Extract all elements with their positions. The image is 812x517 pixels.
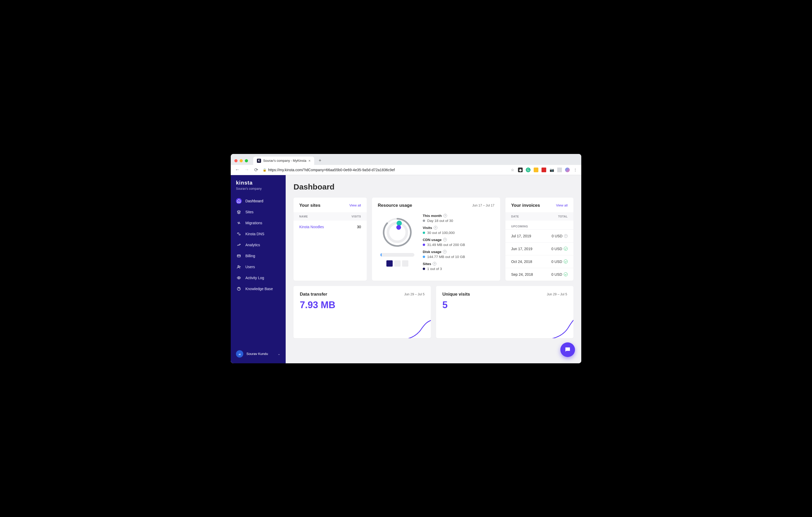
help-icon[interactable] bbox=[433, 262, 436, 266]
profile-avatar-icon[interactable] bbox=[565, 168, 570, 172]
maximize-window-icon[interactable] bbox=[245, 159, 248, 162]
col-visits: VISITS bbox=[352, 215, 361, 218]
sites-card: Your sites View all NAME VISITS Kinsta N… bbox=[293, 197, 367, 281]
extension-icon[interactable]: ◆ bbox=[518, 168, 523, 172]
lock-icon: 🔒 bbox=[263, 168, 267, 172]
check-icon bbox=[564, 260, 568, 264]
sidebar-item-activity[interactable]: Activity Log bbox=[231, 273, 286, 283]
extension-icon[interactable] bbox=[542, 168, 546, 172]
window-controls bbox=[234, 159, 248, 162]
close-window-icon[interactable] bbox=[234, 159, 237, 162]
tab-close-icon[interactable]: × bbox=[309, 159, 311, 163]
help-icon[interactable] bbox=[443, 214, 447, 217]
extension-icons: ☆ ◆ G 📷 ⋮ bbox=[510, 168, 578, 172]
favicon-icon: K bbox=[257, 159, 261, 163]
svg-point-2 bbox=[238, 277, 239, 278]
invoice-amount: 0 USD bbox=[551, 272, 562, 277]
table-header: DATE TOTAL bbox=[505, 212, 573, 221]
sidebar-item-migrations[interactable]: Migrations bbox=[231, 218, 286, 228]
dot-icon bbox=[423, 232, 425, 234]
reload-button[interactable]: ⟳ bbox=[253, 167, 259, 173]
sidebar-item-label: Activity Log bbox=[245, 276, 264, 280]
route-icon bbox=[236, 231, 242, 237]
invoice-row[interactable]: Sep 24, 2018 0 USD bbox=[505, 268, 573, 281]
sidebar-item-kb[interactable]: Knowledge Base bbox=[231, 283, 286, 294]
help-icon[interactable] bbox=[434, 226, 437, 230]
sidebar-item-analytics[interactable]: Analytics bbox=[231, 240, 286, 250]
check-icon bbox=[564, 272, 568, 276]
tab-title: Sourav's company - MyKinsta bbox=[263, 159, 306, 162]
logo: kinsta bbox=[231, 180, 286, 187]
col-total: TOTAL bbox=[558, 215, 568, 218]
invoice-date: Jul 17, 2019 bbox=[511, 234, 531, 238]
sidebar-item-sites[interactable]: Sites bbox=[231, 207, 286, 217]
browser-tab[interactable]: K Sourav's company - MyKinsta × bbox=[253, 157, 314, 165]
card-title: Unique visits bbox=[442, 292, 470, 297]
invoice-row[interactable]: Jul 17, 2019 0 USD bbox=[505, 230, 573, 242]
invoices-card: Your invoices View all DATE TOTAL UPCOMI… bbox=[505, 197, 573, 281]
invoice-row[interactable]: Oct 24, 2018 0 USD bbox=[505, 255, 573, 268]
sidebar-user[interactable]: Sourav Kundu ⌄ bbox=[231, 347, 286, 360]
dot-icon bbox=[423, 219, 425, 222]
date-range: Jun 29 – Jul 5 bbox=[547, 293, 567, 296]
dot-icon bbox=[423, 268, 425, 270]
metric-value: 7.93 MB bbox=[300, 300, 425, 310]
minimize-window-icon[interactable] bbox=[240, 159, 243, 162]
resource-card: Resource usage Jun 17 – Jul 17 bbox=[372, 197, 500, 281]
card-title: Your sites bbox=[299, 203, 320, 208]
sidebar-item-label: Knowledge Base bbox=[245, 287, 273, 291]
invoice-date: Oct 24, 2018 bbox=[511, 260, 532, 264]
chat-icon bbox=[564, 346, 571, 353]
card-title: Resource usage bbox=[378, 203, 412, 208]
url-text: https://my.kinsta.com/?idCompany=66aa55b… bbox=[268, 168, 395, 172]
metric-cdn: CDN usage 31.49 MB out of 200 GB bbox=[423, 238, 494, 247]
check-icon bbox=[564, 247, 568, 251]
view-all-link[interactable]: View all bbox=[556, 203, 568, 207]
browser-menu-icon[interactable]: ⋮ bbox=[573, 168, 578, 172]
date-range: Jun 17 – Jul 17 bbox=[472, 204, 494, 207]
swap-icon bbox=[236, 220, 242, 226]
user-name: Sourav Kundu bbox=[246, 352, 268, 356]
metric-sites: Sites 1 out of 3 bbox=[423, 262, 494, 271]
help-icon[interactable] bbox=[443, 238, 447, 242]
invoice-amount: 0 USD bbox=[552, 234, 562, 238]
metric-value: 5 bbox=[442, 300, 567, 310]
home-icon bbox=[236, 198, 242, 204]
browser-tab-bar: K Sourav's company - MyKinsta × + bbox=[231, 154, 581, 165]
sidebar-item-label: Kinsta DNS bbox=[245, 232, 264, 236]
extension-icon[interactable] bbox=[534, 168, 539, 172]
help-icon[interactable] bbox=[443, 250, 446, 253]
chat-fab-button[interactable] bbox=[560, 342, 575, 357]
eye-icon bbox=[236, 275, 242, 281]
back-button[interactable]: ← bbox=[234, 167, 240, 173]
sidebar-item-users[interactable]: Users bbox=[231, 262, 286, 272]
extension-icon[interactable]: G bbox=[526, 168, 530, 172]
help-icon[interactable] bbox=[564, 234, 568, 238]
user-plus-icon bbox=[236, 264, 242, 270]
dot-icon bbox=[423, 244, 425, 246]
forward-button[interactable]: → bbox=[244, 167, 250, 173]
sidebar-item-billing[interactable]: Billing bbox=[231, 251, 286, 261]
col-name: NAME bbox=[299, 215, 308, 218]
invoice-row[interactable]: Jun 17, 2019 0 USD bbox=[505, 242, 573, 255]
table-row[interactable]: Kinsta Noodles 30 bbox=[293, 221, 367, 233]
extension-icon[interactable]: 📷 bbox=[549, 168, 554, 172]
view-all-link[interactable]: View all bbox=[349, 203, 361, 207]
data-transfer-card: Data transfer Jun 29 – Jul 5 7.93 MB bbox=[293, 286, 431, 338]
sidebar-item-dashboard[interactable]: Dashboard bbox=[231, 196, 286, 206]
page-title: Dashboard bbox=[293, 182, 573, 191]
company-name: Sourav's company bbox=[231, 187, 286, 196]
trend-icon bbox=[236, 242, 242, 248]
user-avatar-icon bbox=[236, 350, 243, 358]
svg-point-7 bbox=[396, 225, 401, 230]
invoice-amount: 0 USD bbox=[551, 247, 562, 251]
bookmark-icon[interactable]: ☆ bbox=[510, 168, 515, 172]
site-link[interactable]: Kinsta Noodles bbox=[299, 225, 324, 229]
new-tab-button[interactable]: + bbox=[316, 157, 324, 164]
sidebar-item-dns[interactable]: Kinsta DNS bbox=[231, 229, 286, 239]
main-content: Dashboard Your sites View all NAME VISIT… bbox=[286, 175, 581, 363]
invoice-date: Jun 17, 2019 bbox=[511, 247, 532, 251]
sidebar-item-label: Dashboard bbox=[245, 199, 263, 203]
url-field[interactable]: 🔒 https://my.kinsta.com/?idCompany=66aa5… bbox=[263, 168, 506, 172]
stack-icon bbox=[236, 209, 242, 215]
